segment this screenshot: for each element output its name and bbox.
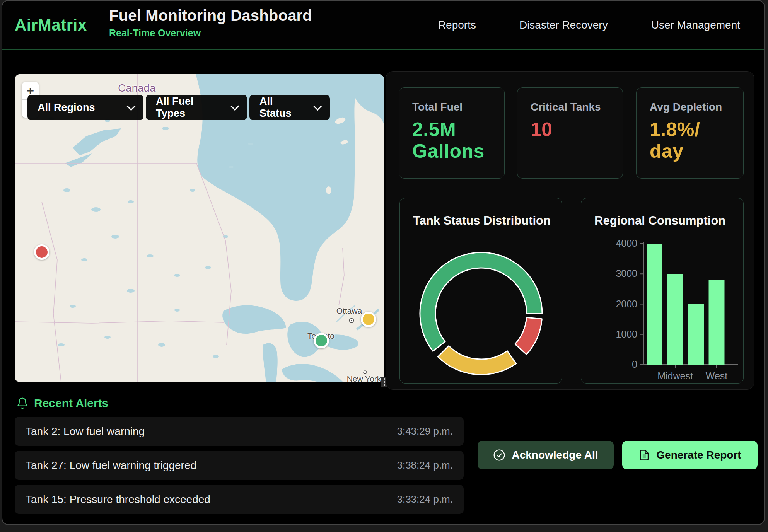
title-block: Fuel Monitoring Dashboard Real-Time Over… [109, 7, 312, 39]
page-subtitle: Real-Time Overview [109, 27, 312, 39]
bell-icon [16, 397, 29, 410]
header: AirMatrix Fuel Monitoring Dashboard Real… [2, 1, 764, 50]
alert-row[interactable]: Tank 2: Low fuel warning 3:43:29 p.m. [15, 417, 464, 446]
recent-alerts-label: Recent Alerts [34, 397, 108, 410]
alert-time: 3:43:29 p.m. [397, 425, 453, 437]
donut-segment-red [515, 317, 542, 354]
alert-time: 3:38:24 p.m. [397, 459, 453, 471]
page-title: Fuel Monitoring Dashboard [109, 7, 312, 24]
nav-item-disaster-recovery[interactable]: Disaster Recovery [519, 19, 608, 31]
status-filter-value: All Status [259, 95, 305, 119]
stat-card-critical-tanks: Critical Tanks 10 [517, 87, 623, 179]
chevron-down-icon [230, 102, 239, 111]
bar [688, 304, 704, 365]
nav-item-reports[interactable]: Reports [438, 19, 476, 31]
app-window: AirMatrix Fuel Monitoring Dashboard Real… [2, 0, 765, 525]
x-tick-label: West [706, 370, 728, 381]
alert-text: Tank 27: Low fuel warning triggered [26, 459, 196, 472]
check-circle-icon [493, 449, 505, 461]
map-label-country: Canada [118, 82, 156, 94]
stat-card-avg-depletion: Avg Depletion 1.8%/ day [636, 87, 744, 179]
generate-report-button[interactable]: Generate Report [622, 441, 758, 469]
stat-value: 2.5M Gallons [412, 119, 504, 162]
stat-label: Critical Tanks [531, 101, 623, 113]
y-tick-label: 2000 [616, 298, 637, 309]
map-label-city: New York [347, 374, 381, 382]
regional-consumption-card: 01000200030004000MidwestWest Regional Co… [581, 198, 744, 384]
tank-status-marker[interactable] [361, 312, 376, 327]
bar [647, 244, 662, 365]
brand-logo[interactable]: AirMatrix [15, 1, 87, 49]
map-label-city: Ottawa [336, 306, 362, 315]
main-nav: Reports Disaster Recovery User Managemen… [438, 1, 740, 49]
region-filter-value: All Regions [38, 102, 95, 114]
region-filter-dropdown[interactable]: All Regions [27, 95, 143, 120]
y-tick-label: 0 [632, 359, 637, 370]
alert-text: Tank 2: Low fuel warning [26, 425, 145, 438]
chevron-down-icon [127, 102, 136, 111]
stat-value: 1.8%/ day [650, 119, 743, 162]
donut-segment-yellow [438, 346, 516, 375]
acknowledge-all-label: Acknowledge All [512, 449, 598, 461]
map-filter-bar: All Regions All Fuel Types All Status [27, 95, 330, 120]
chevron-down-icon [313, 102, 322, 111]
stat-value: 10 [531, 119, 623, 140]
nav-item-user-management[interactable]: User Management [651, 19, 740, 31]
alert-time: 3:33:24 p.m. [397, 493, 453, 505]
generate-report-label: Generate Report [656, 449, 741, 461]
tank-status-marker[interactable] [314, 333, 329, 348]
fuel-type-filter-dropdown[interactable]: All Fuel Types [146, 95, 247, 120]
y-tick-label: 1000 [616, 329, 637, 339]
alert-text: Tank 15: Pressure threshold exceeded [26, 493, 210, 506]
bar [709, 280, 725, 365]
y-tick-label: 4000 [616, 238, 637, 249]
recent-alerts-heading: Recent Alerts [16, 397, 108, 410]
document-icon [638, 449, 650, 461]
acknowledge-all-button[interactable]: Acknowledge All [478, 441, 614, 469]
x-tick-label: Midwest [657, 370, 693, 381]
tank-status-card: Tank Status Distribution [399, 198, 562, 384]
regional-consumption-title: Regional Consumption [594, 214, 725, 228]
tank-status-title: Tank Status Distribution [413, 214, 551, 228]
bar [667, 274, 683, 365]
y-tick-label: 3000 [616, 268, 637, 279]
stat-card-total-fuel: Total Fuel 2.5M Gallons [399, 87, 505, 179]
alert-row[interactable]: Tank 15: Pressure threshold exceeded 3:3… [15, 485, 464, 514]
status-filter-dropdown[interactable]: All Status [249, 95, 330, 120]
tank-status-marker[interactable] [34, 244, 49, 260]
map-canvas[interactable]: Canada OttawaTorontoNew York + All Regio… [15, 74, 384, 382]
stat-label: Avg Depletion [650, 101, 743, 113]
fuel-type-filter-value: All Fuel Types [156, 95, 222, 119]
stat-label: Total Fuel [412, 101, 504, 113]
alert-row[interactable]: Tank 27: Low fuel warning triggered 3:38… [15, 451, 464, 480]
